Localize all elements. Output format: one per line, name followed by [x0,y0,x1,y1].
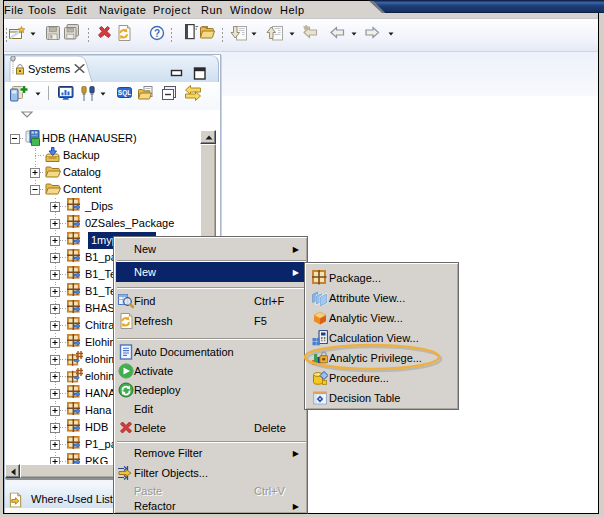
svg-text:SQL: SQL [118,89,131,97]
svg-text:?: ? [154,28,160,39]
